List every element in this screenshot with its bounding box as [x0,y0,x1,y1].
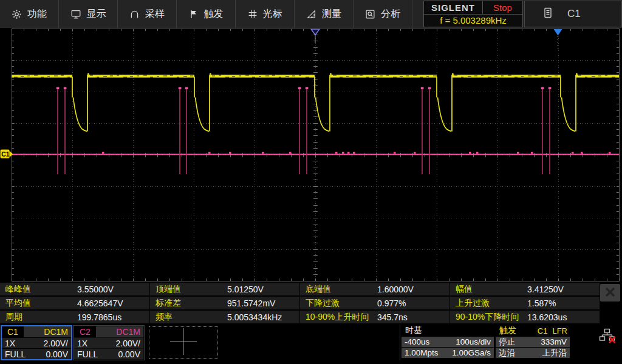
measure-value: 345.7ns [377,312,408,322]
offset-c2: 0.00V [118,349,140,359]
measure-value: 199.7865us [77,312,121,322]
trigger-type: 边沿 [499,348,515,359]
measure-cell[interactable]: 周期199.7865us [0,311,149,323]
menu-item-label: 显示 [87,8,106,21]
trigger-coupling-badge: LFR [550,326,569,336]
menu-item-label: 触发 [204,8,224,21]
trigger-title: 触发 [499,325,516,336]
channel-info-c2[interactable]: C2 DC1M 1X 2.00V/ FULL 0.00V [73,325,145,360]
measure-cell[interactable]: 上升过激1.587% [450,297,600,309]
measure-value: 1.60000V [377,285,414,294]
channel-selector[interactable]: C1 [524,1,622,27]
menu-item-cursors[interactable]: 光标 [236,0,295,28]
coupling-c1: DC1M [24,326,71,337]
cursor-grid-icon [248,9,258,19]
measure-cell[interactable]: 标准差951.5742mV [150,297,299,309]
measure-cell[interactable]: 下降过激0.977% [300,297,449,309]
channel-info-c1[interactable]: C1 DC1M 1X 2.00V/ FULL 0.00V [1,325,72,360]
trigger-slope: 上升沿 [542,348,567,359]
probe-c2: 1X [77,339,87,348]
measure-cell[interactable]: 频率5.0053434kHz [150,311,299,323]
menu-item-label: 采样 [145,8,165,21]
timebase-scale: 100us/div [456,337,491,346]
measure-label: 顶端值 [150,284,227,295]
gear-icon [12,9,22,19]
measure-label: 峰峰值 [0,284,77,295]
memory-depth: 1.00Mpts [405,348,439,357]
status-bar: C1 DC1M 1X 2.00V/ FULL 0.00V C2 DC1M 1X … [0,323,622,364]
system-status-panel: SIGLENT Stop f = 5.003289kHz [423,1,523,27]
measure-cell[interactable]: 平均值4.6625647V [0,297,149,309]
plus-icon [169,327,198,359]
measure-cell[interactable]: 90-10%下降时间13.6203us [450,311,600,323]
channel-selector-label: C1 [567,8,581,20]
measure-row: 平均值4.6625647V标准差951.5742mV下降过激0.977%上升过激… [0,297,622,309]
add-channel-slot[interactable] [149,326,218,359]
menu-item-label: 分析 [381,8,400,21]
menu-item-acquire[interactable]: 采样 [118,0,177,28]
statusbar-divider [400,325,400,360]
measure-cell[interactable]: 10-90%上升时间345.7ns [300,311,449,323]
close-icon [604,286,616,300]
measurements-close-button[interactable] [600,284,620,302]
menu-items: 功能显示采样触发光标测量分析 [0,0,412,28]
measure-value: 4.6625647V [77,298,123,308]
channel-badge-c1: C1 [2,326,24,337]
menu-item-measure[interactable]: 测量 [295,0,354,28]
channel-list-icon [543,7,553,22]
measure-value: 5.01250V [227,285,264,294]
menu-item-function[interactable]: 功能 [0,0,59,28]
bandwidth-c1: FULL [5,349,26,359]
menu-item-analysis[interactable]: 分析 [354,0,412,28]
measure-label: 下降过激 [300,298,377,309]
frequency-counter: f = 5.003289kHz [424,15,522,27]
menu-item-label: 光标 [263,8,282,21]
measure-row: 周期199.7865us频率5.0053434kHz10-90%上升时间345.… [0,311,622,323]
measure-cell[interactable]: 峰峰值3.55000V [0,283,149,295]
display-icon [70,9,81,19]
run-state-indicator[interactable]: Stop [483,2,522,13]
timebase-title: 时基 [402,325,494,336]
menu-item-label: 功能 [27,8,47,21]
measure-cell[interactable]: 底端值1.60000V [300,283,449,295]
menu-item-trigger[interactable]: 触发 [177,0,236,28]
measure-cell[interactable]: 幅值3.41250V [450,283,600,295]
measure-value: 5.0053434kHz [227,312,282,322]
scale-c1: 2.00V/ [44,339,68,348]
timebase-delay: -400us [405,337,429,346]
measure-label: 上升过激 [450,298,527,309]
measure-value: 3.55000V [77,285,114,294]
trigger-level: 333mV [541,337,567,346]
measurement-table: 峰峰值3.55000V顶端值5.01250V底端值1.60000V幅值3.412… [0,283,622,325]
measure-cell[interactable]: 顶端值5.01250V [150,283,299,295]
measure-label: 周期 [0,312,77,323]
measure-label: 标准差 [150,298,227,309]
measure-label: 底端值 [300,284,377,295]
analysis-icon [365,9,375,19]
measure-value: 1.587% [527,298,556,308]
offset-c1: 0.00V [46,349,68,359]
probe-c1: 1X [5,339,15,348]
menu-item-display[interactable]: 显示 [59,0,118,28]
svg-text:C1: C1 [1,150,10,158]
acquire-icon [129,9,140,19]
top-menu-bar: 功能显示采样触发光标测量分析 SIGLENT Stop f = 5.003289… [0,0,622,28]
trigger-panel[interactable]: 触发 C1LFR 停止 333mV 边沿 上升沿 [496,325,570,358]
timebase-panel[interactable]: 时基 -400us 100us/div 1.00Mpts 1.00GSa/s [402,325,494,358]
measure-value: 951.5742mV [227,298,275,308]
menu-item-label: 测量 [322,8,341,21]
measure-label: 90-10%下降时间 [450,312,527,323]
measure-label: 平均值 [0,298,77,309]
measure-value: 0.977% [377,298,406,308]
measure-label: 幅值 [450,284,527,295]
measure-value: 3.41250V [527,285,564,294]
waveform-display[interactable]: C1 [0,28,622,282]
bandwidth-c2: FULL [77,349,98,359]
scale-c2: 2.00V/ [116,339,140,348]
ruler-icon [306,9,316,19]
measure-label: 10-90%上升时间 [300,312,377,323]
coupling-c2: DC1M [96,326,143,337]
lan-status-icon[interactable] [599,328,616,346]
trigger-mode: 停止 [499,337,515,348]
sample-rate: 1.00GSa/s [452,348,491,357]
